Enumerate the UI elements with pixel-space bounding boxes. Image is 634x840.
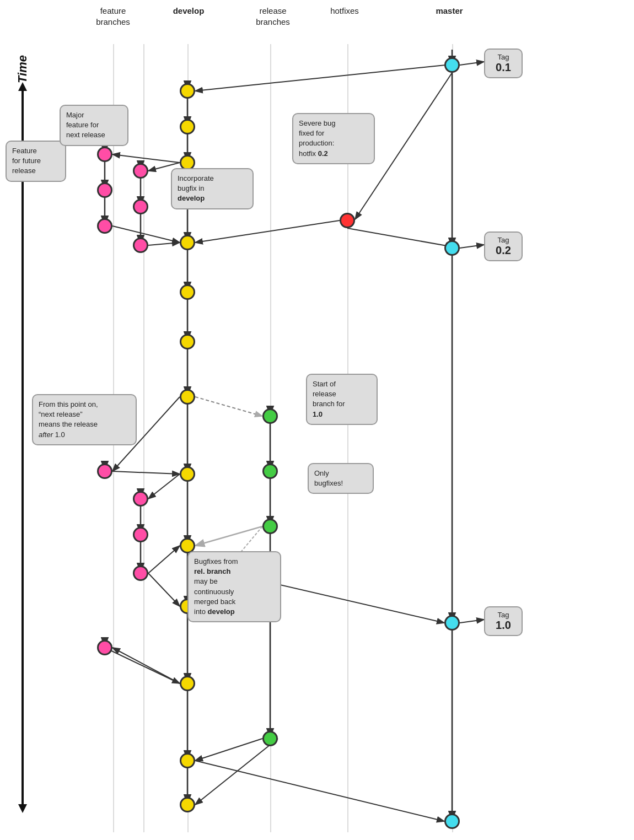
node-release-3	[262, 519, 278, 534]
bubble-feature-future: Featurefor futurerelease	[6, 141, 66, 182]
lane-line-master	[452, 44, 453, 832]
svg-line-45	[460, 245, 484, 248]
svg-line-47	[195, 397, 262, 416]
node-release-1	[262, 408, 278, 424]
tag-02-label: Tag	[498, 236, 509, 244]
svg-line-53	[148, 573, 180, 606]
svg-line-51	[148, 546, 180, 573]
node-develop-8	[180, 389, 195, 405]
svg-line-43	[195, 220, 340, 243]
svg-line-42	[347, 228, 453, 247]
tag-01-value: 0.1	[493, 61, 514, 74]
col-master: master	[427, 6, 471, 17]
node-feat1-4	[97, 464, 112, 479]
node-master-10	[444, 615, 460, 631]
node-feat2-1	[133, 163, 148, 179]
node-develop-7	[180, 334, 195, 349]
tag-02-value: 0.2	[493, 244, 514, 257]
node-master-bot	[444, 814, 460, 829]
node-develop-1	[180, 83, 195, 99]
node-feat2-2	[133, 199, 148, 214]
svg-line-54	[278, 584, 444, 623]
git-flow-diagram: feature branches develop releasebranches…	[0, 0, 634, 840]
node-feat1-3	[97, 218, 112, 234]
bubble-bugfixes-from: Bugfixes fromrel. branchmay becontinuous…	[187, 551, 281, 622]
svg-line-57	[195, 739, 262, 761]
bubble-only-bugfixes: Onlybugfixes!	[308, 463, 374, 494]
tag-01: Tag 0.1	[484, 49, 523, 78]
tag-02: Tag 0.2	[484, 231, 523, 261]
svg-line-55	[195, 526, 262, 546]
node-release-5	[262, 731, 278, 746]
tag-10-value: 1.0	[493, 619, 514, 632]
node-develop-9	[180, 466, 195, 482]
svg-line-44	[460, 62, 484, 65]
bubble-start-release: Start ofreleasebranch for1.0	[306, 374, 378, 425]
col-release-branches: releasebranches	[245, 6, 300, 27]
lane-line-release	[270, 44, 271, 832]
tag-10: Tag 1.0	[484, 606, 523, 636]
svg-line-60	[112, 648, 180, 683]
node-develop-5	[180, 235, 195, 250]
svg-line-52	[105, 648, 180, 683]
svg-line-37	[112, 154, 180, 163]
svg-line-58	[195, 739, 278, 805]
bubble-incorporate: Incorporatebugfix indevelop	[171, 168, 254, 209]
node-feat2-3	[133, 238, 148, 253]
node-develop-13	[180, 753, 195, 768]
node-feat1-2	[97, 182, 112, 198]
bubble-major-feature: Majorfeature fornext release	[60, 105, 128, 146]
bubble-next-release: From this point on,“next release”means t…	[32, 394, 137, 445]
svg-line-46	[460, 620, 484, 623]
node-develop-12	[180, 676, 195, 691]
col-feature-branches: feature branches	[85, 6, 141, 27]
tag-01-label: Tag	[498, 53, 509, 61]
node-feat2-6	[133, 566, 148, 581]
col-hotfixes: hotfixes	[323, 6, 367, 17]
node-develop-14	[180, 797, 195, 812]
svg-line-59	[195, 761, 444, 821]
node-hotfix-1	[340, 213, 355, 228]
time-label: Time	[15, 55, 30, 83]
bubble-severe-bug: Severe bugfixed forproduction:hotfix 0.2	[292, 113, 375, 164]
node-master-02	[444, 240, 460, 256]
svg-line-49	[148, 474, 180, 499]
node-release-2	[262, 464, 278, 479]
node-feat2-5	[133, 527, 148, 542]
node-master-top	[444, 57, 460, 73]
node-feat2-4	[133, 491, 148, 507]
lane-line-feature2	[143, 44, 144, 832]
node-feat1-5	[97, 640, 112, 655]
time-line	[22, 88, 24, 804]
node-develop-6	[180, 284, 195, 300]
tag-10-label: Tag	[498, 611, 509, 619]
node-develop-2	[180, 119, 195, 134]
node-feat1-1	[97, 147, 112, 162]
svg-line-40	[148, 243, 180, 245]
svg-line-36	[195, 65, 445, 91]
svg-line-50	[112, 471, 180, 474]
col-develop: develop	[166, 6, 211, 17]
